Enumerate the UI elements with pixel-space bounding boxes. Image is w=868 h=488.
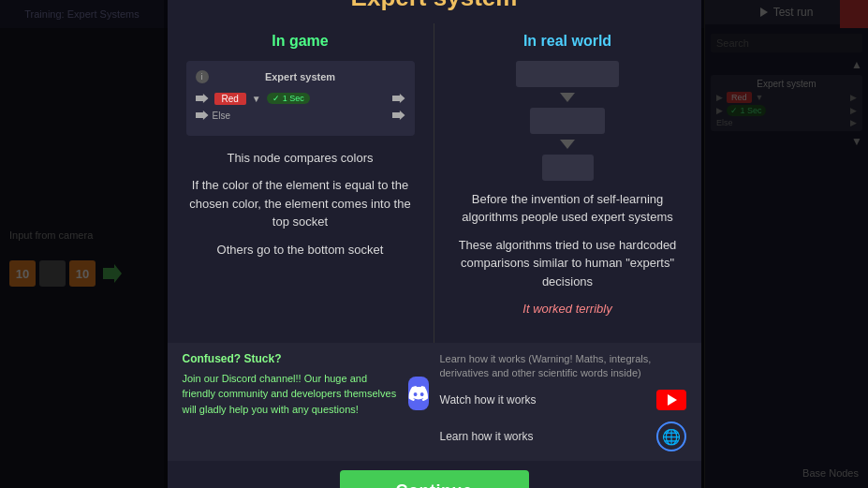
learn-warn-text: Learn how it works (Warning! Maths, inte… — [440, 352, 686, 381]
youtube-icon[interactable] — [656, 390, 686, 410]
node-else-row: Else — [196, 111, 405, 121]
modal-overlay: Expert system In game i Expert system — [0, 0, 868, 488]
watch-row: Watch how it works — [440, 390, 686, 410]
continue-button[interactable]: Continue — [340, 470, 529, 488]
modal-title: Expert system — [186, 0, 683, 12]
learn-row: Learn how it works 🌐 — [440, 421, 686, 451]
expert-system-modal: Expert system In game i Expert system — [168, 0, 701, 488]
continue-section: Continue — [168, 461, 701, 488]
footer-discord-section: Confused? Stuck? Join our Discord channe… — [183, 352, 429, 452]
funnel-bottom — [542, 155, 594, 181]
funnel-mid — [530, 108, 605, 134]
yt-play-icon — [668, 394, 677, 406]
funnel-top — [516, 61, 619, 87]
discord-icon[interactable] — [408, 377, 429, 410]
node-left-arrow-else — [196, 111, 209, 120]
in-game-heading: In game — [186, 33, 415, 50]
in-real-world-column: In real world Before the invention of se… — [434, 23, 701, 343]
node-red-row: Red ▼ ✓ 1 Sec — [196, 91, 405, 107]
real-world-heading: In real world — [453, 33, 683, 50]
funnel-arrow-2 — [560, 140, 575, 149]
footer-links-section: Learn how it works (Warning! Maths, inte… — [440, 352, 686, 452]
modal-footer: Confused? Stuck? Join our Discord channe… — [168, 343, 701, 462]
description-1: This node compares colors — [186, 149, 415, 168]
funnel-arrow-1 — [560, 93, 575, 102]
learn-label: Learn how it works — [440, 430, 534, 443]
watch-label: Watch how it works — [440, 393, 537, 407]
node-left-arrow — [196, 94, 209, 103]
in-game-column: In game i Expert system Red ▼ — [168, 23, 434, 343]
discord-row: Join our Discord channel!! Our huge and … — [183, 371, 429, 418]
node-right-arrow-top — [392, 94, 405, 103]
dropdown-icon: ▼ — [252, 94, 261, 104]
description-2: If the color of the element is equal to … — [186, 176, 415, 231]
timer-check: ✓ — [272, 94, 280, 103]
discord-text: Join our Discord channel!! Our huge and … — [183, 371, 401, 418]
real-world-text-3: It worked terribly — [453, 300, 683, 318]
node-diagram: i Expert system Red ▼ ✓ 1 Sec — [186, 61, 415, 136]
node-color-badge: Red — [214, 93, 246, 105]
description-3: Others go to the bottom socket — [186, 241, 415, 259]
node-info-icon: i — [196, 70, 209, 83]
real-world-text-1: Before the invention of self-learning al… — [453, 190, 683, 227]
node-right-arrow-bottom — [392, 111, 405, 120]
node-name-label: Expert system — [265, 71, 335, 82]
modal-header: Expert system — [168, 0, 701, 23]
modal-body: In game i Expert system Red ▼ — [168, 23, 701, 343]
node-else-label: Else — [213, 111, 230, 121]
timer-value: 1 Sec — [283, 94, 304, 103]
globe-icon[interactable]: 🌐 — [656, 421, 686, 451]
node-timer-badge: ✓ 1 Sec — [267, 93, 310, 104]
confused-label: Confused? Stuck? — [183, 352, 429, 365]
real-world-text-2: These algorithms tried to use hardcoded … — [453, 236, 683, 291]
funnel-diagram — [453, 61, 683, 181]
